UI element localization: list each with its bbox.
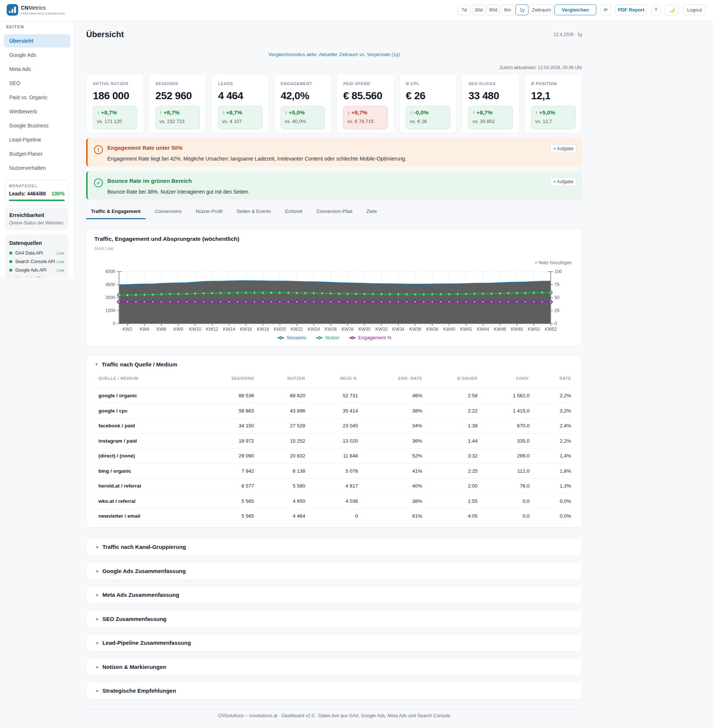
svg-text:KW48: KW48: [511, 327, 523, 332]
svg-text:KW18: KW18: [257, 327, 269, 332]
svg-text:6000: 6000: [106, 269, 115, 274]
svg-text:KW50: KW50: [528, 327, 540, 332]
svg-text:0: 0: [555, 321, 557, 326]
svg-text:KW44: KW44: [477, 327, 489, 332]
svg-text:KW16: KW16: [240, 327, 252, 332]
svg-text:KW40: KW40: [443, 327, 455, 332]
svg-text:50: 50: [555, 295, 559, 300]
svg-text:KW12: KW12: [206, 327, 218, 332]
svg-text:75: 75: [555, 282, 559, 287]
svg-text:4500: 4500: [106, 282, 115, 287]
svg-text:KW28: KW28: [342, 327, 354, 332]
svg-text:KW42: KW42: [460, 327, 472, 332]
svg-text:KW8: KW8: [173, 327, 183, 332]
svg-text:KW46: KW46: [494, 327, 506, 332]
svg-text:KW14: KW14: [223, 327, 235, 332]
svg-text:KW10: KW10: [189, 327, 201, 332]
svg-text:KW2: KW2: [122, 327, 132, 332]
svg-text:KW20: KW20: [274, 327, 286, 332]
svg-text:KW34: KW34: [392, 327, 404, 332]
svg-text:KW6: KW6: [156, 327, 166, 332]
svg-text:25: 25: [555, 308, 559, 313]
svg-text:KW30: KW30: [358, 327, 371, 332]
svg-text:3000: 3000: [106, 295, 115, 300]
svg-text:KW26: KW26: [325, 327, 337, 332]
svg-text:100: 100: [555, 269, 562, 274]
svg-text:KW38: KW38: [426, 327, 439, 332]
svg-text:KW4: KW4: [140, 327, 149, 332]
svg-text:0: 0: [113, 321, 115, 326]
svg-text:1500: 1500: [106, 308, 115, 313]
svg-text:KW36: KW36: [409, 327, 422, 332]
svg-text:KW22: KW22: [291, 327, 303, 332]
svg-text:KW52: KW52: [545, 327, 557, 332]
svg-text:KW24: KW24: [307, 327, 320, 332]
svg-text:KW32: KW32: [376, 327, 388, 332]
